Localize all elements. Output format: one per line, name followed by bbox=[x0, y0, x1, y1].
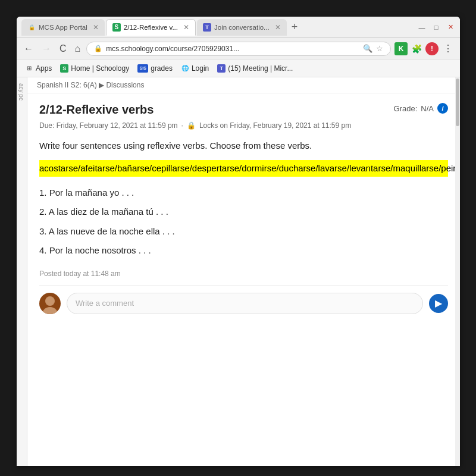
tab-label-mcs: MCS App Portal bbox=[39, 24, 87, 31]
bookmark-apps-label: Apps bbox=[36, 64, 52, 73]
more-options-icon[interactable]: ⋮ bbox=[441, 43, 455, 54]
address-actions: K 🧩 ! ⋮ bbox=[394, 42, 455, 55]
new-tab-button[interactable]: + bbox=[288, 21, 302, 33]
extension-alert[interactable]: ! bbox=[425, 42, 439, 55]
page-content: acy pc Spanish II S2: 6(A) ▶ Discussions… bbox=[17, 77, 460, 466]
submit-comment-button[interactable]: ▶ bbox=[429, 294, 448, 313]
left-sidebar: acy pc bbox=[17, 77, 27, 466]
due-info: Due: Friday, February 12, 2021 at 11:59 … bbox=[39, 121, 448, 130]
forward-button[interactable]: → bbox=[39, 42, 54, 55]
comment-input[interactable]: Write a comment bbox=[67, 293, 423, 314]
scrollbar[interactable] bbox=[455, 77, 460, 466]
discussion-title-row: 2/12-Reflexive verbs Grade: N/A i bbox=[39, 103, 448, 117]
schoology-icon: S bbox=[60, 64, 68, 73]
bookmark-schoology[interactable]: S Home | Schoology bbox=[57, 63, 133, 74]
sidebar-hint-text: acy pc bbox=[17, 77, 24, 101]
lock-icon-small: 🔒 bbox=[187, 121, 196, 130]
minimize-button[interactable]: — bbox=[417, 23, 427, 32]
address-bar[interactable]: 🔒 mcs.schoology.com/course/2705929031...… bbox=[86, 42, 391, 56]
dot-separator: · bbox=[181, 121, 183, 130]
extension-k[interactable]: K bbox=[394, 42, 408, 55]
posted-info: Posted today at 11:48 am bbox=[39, 270, 448, 278]
tab-close-mcs[interactable]: ✕ bbox=[90, 23, 99, 32]
tab-join-conv[interactable]: T Join conversatio... ✕ bbox=[197, 19, 287, 36]
discussion-title: 2/12-Reflexive verbs bbox=[39, 103, 154, 117]
tab-close-reflexive[interactable]: ✕ bbox=[181, 23, 189, 32]
svg-point-1 bbox=[42, 307, 58, 314]
tab-icon-conv: T bbox=[203, 23, 211, 32]
tab-close-conv[interactable]: ✕ bbox=[273, 23, 281, 32]
sentence-list: 1. Por la mañana yo . . . 2. A las diez … bbox=[39, 186, 448, 258]
discussion-area: 2/12-Reflexive verbs Grade: N/A i Due: F… bbox=[27, 93, 460, 324]
bookmark-grades-label: grades bbox=[151, 64, 173, 73]
reload-button[interactable]: C bbox=[57, 42, 69, 55]
screen-bezel: 🔒 MCS App Portal ✕ S 2/12-Reflexive v...… bbox=[0, 0, 476, 476]
address-text: mcs.schoology.com/course/2705929031... bbox=[106, 45, 359, 53]
sentence-2: 2. A las diez de la mañana tú . . . bbox=[39, 205, 448, 219]
grade-badge: Grade: N/A i bbox=[394, 103, 448, 114]
teams-icon: T bbox=[217, 64, 226, 73]
tab-icon-mcs: 🔒 bbox=[27, 23, 36, 32]
bookmark-apps[interactable]: ⊞ Apps bbox=[21, 63, 55, 74]
ssl-lock-icon: 🔒 bbox=[94, 45, 102, 52]
bookmark-meeting[interactable]: T (15) Meeting | Micr... bbox=[214, 63, 296, 74]
sentence-3: 3. A las nueve de la noche ella . . . bbox=[39, 225, 448, 239]
comment-placeholder: Write a comment bbox=[76, 299, 134, 308]
grade-info-icon[interactable]: i bbox=[437, 103, 448, 114]
scrollbar-thumb[interactable] bbox=[456, 79, 459, 126]
home-button[interactable]: ⌂ bbox=[73, 42, 83, 55]
grade-label: Grade: bbox=[394, 104, 418, 113]
sentence-4: 4. Por la noche nosotros . . . bbox=[39, 244, 448, 258]
search-icon: 🔍 bbox=[363, 44, 372, 53]
user-avatar bbox=[39, 293, 61, 314]
window-controls: — □ ✕ bbox=[417, 23, 455, 32]
close-button[interactable]: ✕ bbox=[446, 23, 455, 32]
tab-label-reflexive: 2/12-Reflexive v... bbox=[124, 24, 178, 31]
tab-icon-reflexive: S bbox=[112, 23, 121, 32]
due-date-text: Due: Friday, February 12, 2021 at 11:59 … bbox=[39, 121, 178, 130]
tab-label-conv: Join conversatio... bbox=[214, 24, 270, 31]
apps-icon: ⊞ bbox=[25, 64, 33, 73]
maximize-button[interactable]: □ bbox=[431, 23, 441, 32]
title-bar: 🔒 MCS App Portal ✕ S 2/12-Reflexive v...… bbox=[17, 17, 460, 38]
bookmark-meeting-label: (15) Meeting | Micr... bbox=[228, 64, 293, 73]
bookmark-login[interactable]: 🌐 Login bbox=[177, 63, 212, 74]
comment-row: Write a comment ▶ bbox=[39, 285, 448, 314]
address-bar-row: ← → C ⌂ 🔒 mcs.schoology.com/course/27059… bbox=[17, 38, 460, 60]
svg-point-0 bbox=[45, 296, 55, 306]
highlighted-verbs: acostarse/afeitarse/bañarse/cepillarse/d… bbox=[39, 160, 448, 177]
bookmarks-bar: ⊞ Apps S Home | Schoology SIS grades 🌐 L… bbox=[17, 60, 460, 77]
main-content: Spanish II S2: 6(A) ▶ Discussions 2/12-R… bbox=[27, 77, 460, 324]
login-icon: 🌐 bbox=[181, 64, 189, 73]
star-icon[interactable]: ☆ bbox=[376, 44, 383, 53]
back-button[interactable]: ← bbox=[21, 42, 36, 55]
browser-window: 🔒 MCS App Portal ✕ S 2/12-Reflexive v...… bbox=[17, 17, 460, 466]
tab-reflexive[interactable]: S 2/12-Reflexive v... ✕ bbox=[106, 19, 196, 36]
bookmark-login-label: Login bbox=[192, 64, 209, 73]
extension-puzzle[interactable]: 🧩 bbox=[410, 42, 423, 55]
bookmark-schoology-label: Home | Schoology bbox=[71, 64, 129, 73]
breadcrumb: Spanish II S2: 6(A) ▶ Discussions bbox=[27, 77, 460, 93]
tab-mcs-app-portal[interactable]: 🔒 MCS App Portal ✕ bbox=[21, 19, 105, 36]
grade-value: N/A bbox=[421, 104, 434, 113]
grades-icon: SIS bbox=[137, 64, 148, 73]
instructions-text: Write four sentences using reflexive ver… bbox=[39, 139, 448, 153]
locks-date-text: Locks on Friday, February 19, 2021 at 11… bbox=[199, 121, 351, 130]
bookmark-grades[interactable]: SIS grades bbox=[134, 63, 176, 74]
sentence-1: 1. Por la mañana yo . . . bbox=[39, 186, 448, 200]
